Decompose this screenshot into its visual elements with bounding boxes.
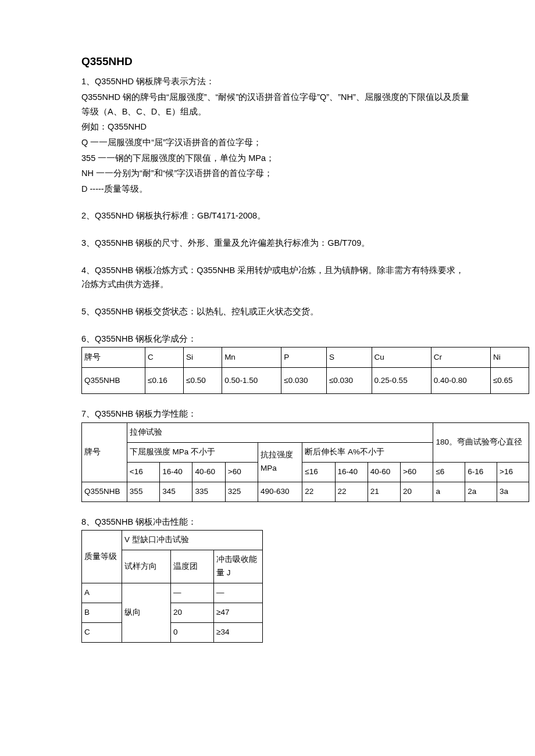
imp-r2-2: 冲击吸收能量 J [214, 550, 263, 583]
mech-r4-10: a [433, 482, 465, 501]
mech-r3-10: >16 [497, 462, 529, 482]
mech-r4-9: 20 [401, 482, 433, 501]
mech-r4-0: Q355NHB [82, 482, 127, 501]
mech-r4-1: 355 [127, 482, 159, 501]
imp-a-2: — [214, 583, 263, 603]
mech-r3-2: 40-60 [192, 462, 225, 482]
mech-r3-9: 6-16 [465, 462, 497, 482]
mech-r3-1: 16-40 [160, 462, 192, 482]
chem-h8: Ni [490, 347, 529, 368]
mech-r3-3: >60 [225, 462, 258, 482]
page-title: Q355NHD [81, 52, 471, 71]
chem-r8: ≤0.65 [490, 368, 529, 394]
s7-head: 7、Q355NHB 钢板力学性能： [81, 407, 471, 421]
mech-r3-6: 40-60 [368, 462, 400, 482]
imp-c-1: 0 [171, 622, 214, 642]
imp-r1c0: 质量等级 [82, 531, 122, 583]
imp-r1c1: V 型缺口冲击试验 [122, 531, 263, 550]
s1-p3: Q 一一屈服强度中“屈”字汉语拼音的首位字母； [81, 135, 471, 150]
mech-r3-0: <16 [127, 462, 159, 482]
imp-b-3: ≥47 [214, 603, 263, 623]
mech-r3-8: ≤6 [433, 462, 465, 482]
mech-r1c0: 牌号 [82, 422, 127, 482]
mech-r4-11: 2a [465, 482, 497, 501]
chem-r7: 0.40-0.80 [431, 368, 490, 394]
chem-h5: S [326, 347, 372, 368]
s1-p5: NH 一一分别为“耐”和“候”字汉语拼音的首位字母； [81, 166, 471, 181]
mech-r4-2: 345 [160, 482, 192, 501]
chem-r4: ≤0.030 [281, 368, 327, 394]
chem-h0: 牌号 [82, 347, 145, 368]
mech-r3-7: >60 [401, 462, 433, 482]
chem-h6: Cu [372, 347, 431, 368]
chem-r1: ≤0.16 [145, 368, 184, 394]
mech-r4-3: 335 [192, 482, 225, 501]
chem-table: 牌号 C Si Mn P S Cu Cr Ni Q355NHB ≤0.16 ≤0… [81, 347, 529, 394]
chem-r3: 0.50-1.50 [222, 368, 281, 394]
impact-table: 质量等级 V 型缺口冲击试验 试样方向 温度团 冲击吸收能量 J A 纵向 — … [81, 530, 263, 643]
mech-table: 牌号 拉伸试验 180。弯曲试验弯心直径 下屈服强度 MPa 不小于 抗拉强度 … [81, 422, 529, 502]
imp-b-1: 纵向 [122, 583, 171, 643]
imp-r2-0: 试样方向 [122, 550, 171, 583]
s4: 4、Q355NHB 钢板冶炼方式：Q355NHB 采用转炉或电炉冶炼，且为镇静钢… [81, 263, 471, 292]
mech-r4-8: 21 [368, 482, 400, 501]
mech-r3-5: 16-40 [335, 462, 368, 482]
chem-h7: Cr [431, 347, 490, 368]
s6-head: 6、Q355NHB 钢板化学成分： [81, 332, 471, 346]
imp-c-2: ≥34 [214, 622, 263, 642]
s5: 5、Q355NHB 钢板交货状态：以热轧、控轧或正火状态交货。 [81, 304, 471, 319]
chem-r2: ≤0.50 [184, 368, 222, 394]
imp-r2-1: 温度团 [171, 550, 214, 583]
s3: 3、Q355NHB 钢板的尺寸、外形、重量及允许偏差执行标准为：GB/T709。 [81, 236, 471, 250]
s1-head: 1、Q355NHD 钢板牌号表示方法： [81, 74, 471, 89]
mech-r4-5: 490-630 [258, 482, 302, 501]
chem-h3: Mn [222, 347, 281, 368]
chem-r5: ≤0.030 [326, 368, 372, 394]
imp-b-2: 20 [171, 603, 214, 623]
s1-p2: 例如：Q355NHD [81, 120, 471, 134]
imp-b-0: B [82, 603, 122, 623]
s8-head: 8、Q355NHB 钢板冲击性能： [81, 515, 471, 529]
s1-p1: Q355NHD 钢的牌号由“屈服强度”、“耐候”的汉语拼音首位字母”Q”、”NH… [81, 90, 471, 119]
chem-r6: 0.25-0.55 [372, 368, 431, 394]
chem-h1: C [145, 347, 184, 368]
document-page: Q355NHD 1、Q355NHD 钢板牌号表示方法： Q355NHD 钢的牌号… [0, 0, 535, 666]
mech-r4-4: 325 [225, 482, 258, 501]
s1-p4: 355 一一钢的下屈服强度的下限值，单位为 MPa； [81, 151, 471, 166]
chem-h2: Si [184, 347, 222, 368]
imp-a-0: A [82, 583, 122, 603]
s1-p6: D -----质量等级。 [81, 182, 471, 196]
mech-r2c3: 断后伸长率 A%不小于 [302, 442, 433, 462]
chem-r0: Q355NHB [82, 368, 145, 394]
chem-h4: P [281, 347, 327, 368]
s2: 2、Q355NHD 钢板执行标准：GB/T4171-2008。 [81, 209, 471, 223]
mech-r3-4: ≤16 [302, 462, 335, 482]
mech-r4-7: 22 [335, 482, 368, 501]
mech-r1c1: 拉伸试验 [127, 422, 433, 442]
imp-a-1: — [171, 583, 214, 603]
mech-r4-12: 3a [497, 482, 529, 501]
mech-r2c2: 抗拉强度 MPa [258, 442, 302, 482]
mech-r2c1: 下屈服强度 MPa 不小于 [127, 442, 258, 462]
mech-r1c2: 180。弯曲试验弯心直径 [433, 422, 529, 462]
imp-c-0: C [82, 622, 122, 642]
mech-r4-6: 22 [302, 482, 335, 501]
